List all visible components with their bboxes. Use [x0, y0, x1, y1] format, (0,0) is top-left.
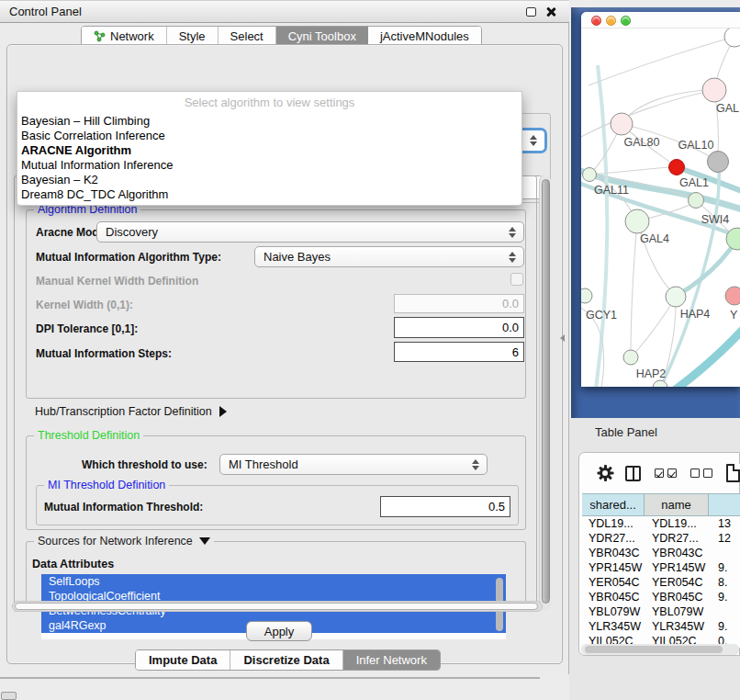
- data-attribute-item[interactable]: SelfLoops: [41, 574, 506, 589]
- settings-horizontal-scrollbar[interactable]: [12, 601, 543, 612]
- network-node[interactable]: [611, 113, 633, 135]
- network-node[interactable]: [689, 193, 704, 209]
- deselect-all-columns-icon[interactable]: [690, 469, 712, 478]
- network-node[interactable]: [725, 287, 740, 305]
- control-panel-window: Control Panel Network Style: [0, 0, 569, 674]
- algorithm-option[interactable]: Mutual Information Inference: [17, 158, 521, 173]
- tab-infer-network[interactable]: Infer Network: [343, 650, 440, 670]
- network-node[interactable]: [623, 350, 638, 365]
- tab-select[interactable]: Select: [219, 27, 276, 46]
- table-cell: YER054C: [582, 575, 645, 590]
- close-icon[interactable]: [545, 6, 556, 17]
- table-row[interactable]: YDR27...YDR27...12: [582, 531, 740, 546]
- mi-steps-field[interactable]: 6: [394, 342, 524, 362]
- kernel-width-field[interactable]: 0.0: [394, 294, 524, 313]
- sources-title-row[interactable]: Sources for Network Inference: [34, 535, 214, 548]
- tab-jactivemnodules[interactable]: jActiveMNodules: [368, 27, 481, 46]
- float-window-icon[interactable]: [526, 7, 536, 17]
- hub-section-toggle[interactable]: Hub/Transcription Factor Definition: [35, 405, 227, 418]
- network-node[interactable]: [581, 288, 592, 303]
- network-node[interactable]: [669, 160, 685, 175]
- column-header-shared-name[interactable]: shared...: [582, 494, 645, 515]
- threshold-definition-group: Threshold Definition Which threshold to …: [26, 435, 526, 530]
- combo-value: Discovery: [106, 225, 158, 239]
- mi-threshold-label: Mutual Information Threshold:: [44, 501, 203, 514]
- mi-threshold-group: MI Threshold Definition Mutual Informati…: [36, 485, 519, 525]
- scrollbar-thumb[interactable]: [585, 646, 723, 653]
- combo-stepper-icon: [509, 227, 516, 238]
- mi-type-combo[interactable]: Naive Bayes: [254, 246, 524, 267]
- table-row[interactable]: YPR145WYPR145W9.: [582, 560, 740, 575]
- column-layout-icon[interactable]: [625, 466, 641, 481]
- algorithm-option[interactable]: Bayesian – Hill Climbing: [17, 114, 521, 129]
- scrollbar-thumb[interactable]: [15, 603, 538, 610]
- table-cell: 13: [709, 516, 740, 531]
- network-view-frame: GALGAL80GAL10GAL11GAL1GAL4SWI4GCY1HAP4YH…: [571, 7, 740, 421]
- taskbar-icon[interactable]: [1, 692, 17, 700]
- tab-network[interactable]: Network: [82, 27, 167, 46]
- network-node-label: GAL4: [640, 232, 669, 245]
- panel-divider-collapse-icon[interactable]: [560, 334, 565, 342]
- network-node[interactable]: [625, 209, 649, 233]
- table-cell: YPR145W: [645, 560, 709, 575]
- field-value: 0.5: [488, 500, 505, 514]
- mi-threshold-field[interactable]: 0.5: [380, 496, 510, 517]
- tab-label: Impute Data: [149, 653, 217, 667]
- table-cell: YPR145W: [582, 560, 645, 575]
- network-node[interactable]: [702, 78, 726, 102]
- algorithm-option[interactable]: Dream8 DC_TDC Algorithm: [17, 187, 521, 202]
- close-traffic-light[interactable]: [591, 16, 601, 26]
- export-table-icon[interactable]: [726, 464, 740, 482]
- table-row[interactable]: YDL19...YDL19...13: [582, 516, 740, 531]
- tab-style[interactable]: Style: [167, 27, 219, 46]
- algorithm-option[interactable]: Bayesian – K2: [17, 173, 521, 187]
- aracne-mode-combo[interactable]: Discovery: [96, 221, 524, 243]
- algorithm-option[interactable]: Basic Correlation Inference: [17, 129, 521, 143]
- table-cell: YDL19...: [645, 516, 709, 531]
- network-node[interactable]: [583, 168, 597, 182]
- table-toolbar: [579, 453, 740, 493]
- network-node[interactable]: [708, 152, 729, 173]
- network-node-label: GAL10: [678, 139, 714, 152]
- manual-kernel-label: Manual Kernel Width Definition: [36, 275, 198, 288]
- network-canvas[interactable]: GALGAL80GAL10GAL11GAL1GAL4SWI4GCY1HAP4YH…: [581, 28, 740, 387]
- combo-value: MI Threshold: [229, 457, 298, 471]
- apply-button[interactable]: Apply: [246, 621, 312, 641]
- column-header-partial[interactable]: [709, 494, 740, 515]
- tab-impute-data[interactable]: Impute Data: [136, 650, 230, 670]
- network-node-label: HAP2: [636, 367, 667, 380]
- dpi-tolerance-field[interactable]: 0.0: [394, 317, 524, 338]
- table-row[interactable]: YBR043CYBR043C: [582, 546, 740, 560]
- zoom-traffic-light[interactable]: [621, 16, 631, 26]
- tab-cyni-toolbox[interactable]: Cyni Toolbox: [276, 27, 368, 46]
- tab-label: Infer Network: [356, 653, 427, 667]
- algorithm-option[interactable]: ARACNE Algorithm: [17, 143, 521, 158]
- table-cell: 9.: [709, 560, 740, 575]
- table-cell: YBL079W: [645, 604, 709, 619]
- which-threshold-combo[interactable]: MI Threshold: [219, 454, 488, 475]
- table-row[interactable]: YBR045CYBR045C9.: [582, 590, 740, 604]
- manual-kernel-checkbox[interactable]: [510, 273, 523, 286]
- gear-icon[interactable]: [598, 466, 611, 480]
- select-all-columns-icon[interactable]: [655, 469, 677, 478]
- scrollbar-thumb[interactable]: [542, 179, 550, 604]
- bottom-tab-strip: Impute Data Discretize Data Infer Networ…: [135, 649, 441, 671]
- settings-vertical-scrollbar[interactable]: [539, 175, 551, 610]
- table-row[interactable]: YER054CYER054C8.: [582, 575, 740, 590]
- tab-discretize-data[interactable]: Discretize Data: [230, 650, 342, 670]
- window-bottom-divider: [0, 677, 540, 679]
- column-header-name[interactable]: name: [645, 494, 709, 515]
- table-cell: [709, 604, 740, 619]
- table-horizontal-scrollbar[interactable]: [581, 644, 739, 655]
- table-row[interactable]: YBL079WYBL079W: [582, 604, 740, 619]
- minimize-traffic-light[interactable]: [606, 16, 616, 26]
- network-window-titlebar[interactable]: [581, 12, 740, 28]
- table-row[interactable]: YLR345WYLR345W9.: [582, 619, 740, 634]
- network-node[interactable]: [666, 287, 686, 307]
- table-cell: 8.: [709, 575, 740, 590]
- table-cell: YDR27...: [582, 531, 645, 546]
- table-cell: YBL079W: [582, 604, 645, 619]
- network-node[interactable]: [724, 28, 740, 47]
- network-node-label: HAP4: [680, 308, 711, 321]
- table-cell: 9.: [709, 590, 740, 604]
